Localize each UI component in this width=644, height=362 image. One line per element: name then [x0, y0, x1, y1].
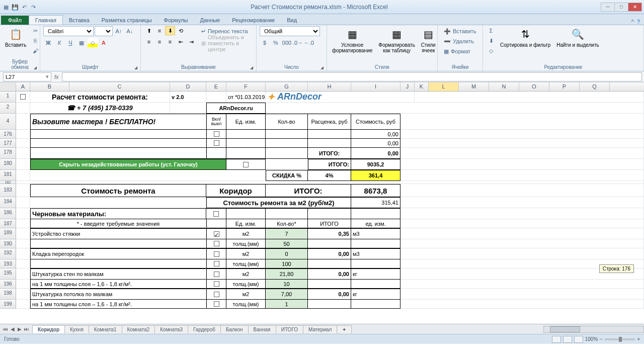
col-L[interactable]: L: [429, 82, 459, 91]
col-H[interactable]: H: [308, 82, 351, 91]
horizontal-scrollbar[interactable]: [543, 326, 644, 333]
cut-icon[interactable]: ✂: [30, 26, 40, 35]
col-D[interactable]: D: [170, 82, 206, 91]
zoom-out-icon[interactable]: −: [600, 336, 603, 342]
checkbox[interactable]: [20, 94, 26, 100]
fill-icon[interactable]: ⬇: [486, 36, 496, 45]
help-icon[interactable]: ?: [637, 19, 640, 25]
col-O[interactable]: O: [519, 82, 549, 91]
maximize-button[interactable]: □: [614, 3, 628, 12]
font-name-select[interactable]: Calibri: [43, 26, 94, 36]
checkbox[interactable]: [214, 301, 219, 307]
format-table-button[interactable]: ▦Форматировать как таблицу: [376, 26, 417, 54]
checkbox[interactable]: [214, 281, 219, 287]
row-hdr-2[interactable]: 2: [0, 103, 16, 114]
format-cells-button[interactable]: ▦Формат: [441, 46, 473, 56]
col-Q[interactable]: Q: [580, 82, 610, 91]
merge-button[interactable]: ⊞Объединить и поместить в центре: [198, 38, 253, 48]
col-I[interactable]: I: [351, 82, 400, 91]
zoom-level[interactable]: 100%: [585, 336, 598, 342]
sheet-tab-9[interactable]: Материал: [303, 325, 337, 333]
redo-icon[interactable]: ↷: [29, 3, 37, 11]
view-normal-icon[interactable]: [552, 336, 561, 343]
number-dialog-icon[interactable]: ◢: [320, 65, 324, 70]
select-all-button[interactable]: [0, 82, 16, 91]
font-dialog-icon[interactable]: ◢: [134, 65, 137, 70]
sheet-tab-7[interactable]: Ванная: [248, 325, 276, 333]
find-select-button[interactable]: 🔍Найти и выделить: [554, 26, 601, 49]
indent-inc-icon[interactable]: ⇥: [186, 37, 196, 46]
clear-icon[interactable]: ◇: [486, 46, 496, 55]
align-left-icon[interactable]: ≡: [144, 37, 154, 46]
sheet-tab-4[interactable]: Комната3: [154, 325, 188, 333]
save-icon[interactable]: 💾: [11, 3, 19, 11]
orientation-icon[interactable]: ⟲: [176, 26, 186, 35]
sort-filter-button[interactable]: ⇅Сортировка и фильтр: [498, 26, 552, 49]
align-center-icon[interactable]: ≡: [154, 37, 165, 46]
checkbox[interactable]: [214, 272, 219, 277]
col-G[interactable]: G: [266, 82, 308, 91]
checkbox[interactable]: [214, 261, 219, 266]
col-N[interactable]: N: [489, 82, 519, 91]
col-B[interactable]: B: [30, 82, 69, 91]
first-sheet-icon[interactable]: ⏮: [2, 326, 9, 332]
grid-body[interactable]: 1 Расчет стоимости ремонта: v 2.0 от *01…: [0, 92, 644, 324]
sheet-tab-1[interactable]: Кухня: [64, 325, 89, 333]
copy-icon[interactable]: ⎘: [30, 36, 40, 45]
row-hdr-4[interactable]: 4: [0, 114, 16, 130]
next-sheet-icon[interactable]: ▶: [16, 326, 23, 332]
font-size-select[interactable]: 11: [95, 26, 113, 36]
formula-input[interactable]: [62, 72, 642, 81]
col-M[interactable]: M: [459, 82, 489, 91]
percent-icon[interactable]: %: [271, 38, 281, 47]
tab-home[interactable]: Главная: [29, 15, 63, 25]
paste-button[interactable]: 📋 Вставить: [3, 26, 28, 49]
zoom-slider[interactable]: [605, 338, 635, 340]
row-hdr-1[interactable]: 1: [0, 92, 16, 103]
inc-decimal-icon[interactable]: .0→: [293, 38, 303, 47]
undo-icon[interactable]: ↶: [20, 3, 28, 11]
grow-font-icon[interactable]: A↑: [114, 27, 124, 36]
tab-view[interactable]: Вид: [281, 16, 303, 25]
close-button[interactable]: ✕: [628, 3, 642, 12]
format-painter-icon[interactable]: 🖌: [30, 46, 40, 55]
checkbox-checked[interactable]: ✓: [214, 231, 219, 237]
currency-icon[interactable]: $: [260, 38, 270, 47]
minimize-button[interactable]: ─: [601, 3, 615, 12]
sheet-tab-3[interactable]: Комната2: [122, 325, 155, 333]
sheet-tab-6[interactable]: Балкон: [220, 325, 249, 333]
align-middle-icon[interactable]: ≡: [154, 26, 165, 35]
indent-dec-icon[interactable]: ⇤: [176, 37, 186, 46]
cond-format-button[interactable]: ▦Условное форматирование: [330, 26, 374, 54]
col-A[interactable]: A: [16, 82, 30, 91]
prev-sheet-icon[interactable]: ◀: [9, 326, 16, 332]
zoom-in-icon[interactable]: +: [637, 336, 640, 342]
col-E[interactable]: E: [206, 82, 226, 91]
align-right-icon[interactable]: ≡: [165, 37, 175, 46]
sheet-tab-5[interactable]: Гардероб: [188, 325, 221, 333]
comma-icon[interactable]: 000: [282, 38, 292, 47]
dec-decimal-icon[interactable]: ←.0: [304, 38, 314, 47]
insert-cells-button[interactable]: ➕Вставить: [441, 26, 479, 36]
sheet-tab-2[interactable]: Комната1: [89, 325, 122, 333]
tab-formulas[interactable]: Формулы: [158, 16, 194, 25]
checkbox[interactable]: [214, 140, 219, 146]
sheet-tab-8[interactable]: ИТОГО: [276, 325, 303, 333]
fill-color-button[interactable]: ◇: [88, 38, 98, 47]
align-dialog-icon[interactable]: ◢: [250, 65, 253, 70]
tab-layout[interactable]: Разметка страницы: [96, 16, 158, 25]
scroll-thumb[interactable]: [550, 326, 580, 332]
minimize-ribbon-icon[interactable]: ^: [631, 19, 634, 25]
tab-review[interactable]: Рецензирование: [226, 16, 281, 25]
clipboard-dialog-icon[interactable]: ◢: [34, 65, 37, 70]
italic-button[interactable]: К: [54, 38, 64, 47]
checkbox[interactable]: [214, 251, 219, 257]
col-K[interactable]: K: [415, 82, 429, 91]
shrink-font-icon[interactable]: A↓: [125, 27, 135, 36]
tab-data[interactable]: Данные: [194, 16, 226, 25]
bold-button[interactable]: Ж: [43, 38, 53, 47]
col-J[interactable]: J: [400, 82, 415, 91]
underline-button[interactable]: Ч: [65, 38, 75, 47]
checkbox[interactable]: [214, 131, 219, 137]
border-button[interactable]: ▦: [76, 38, 87, 47]
